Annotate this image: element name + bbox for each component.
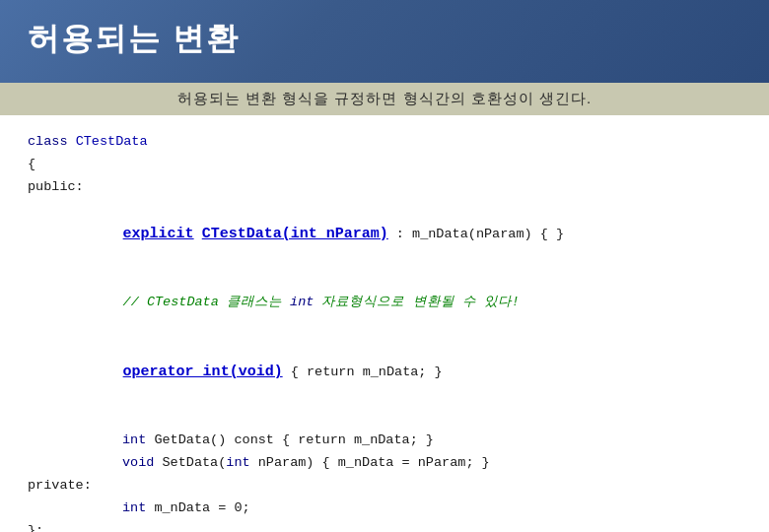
blank-line-1 xyxy=(28,407,741,430)
open-brace: { xyxy=(28,154,741,176)
getdata-line: int GetData() const { return m_nData; } xyxy=(122,430,741,452)
operator-int-line: operator int(void) { return m_nData; } xyxy=(75,337,741,407)
public-label: public: xyxy=(28,176,741,199)
member-data-line: int m_nData = 0; xyxy=(122,498,741,520)
page-title: 허용되는 변환 xyxy=(28,18,240,61)
content-area: class CTestData { public: explicit CTest… xyxy=(0,115,769,532)
subtitle-bar: 허용되는 변환 형식을 규정하면 형식간의 호환성이 생긴다. xyxy=(0,83,769,115)
setdata-line: void SetData(int nParam) { m_nData = nPa… xyxy=(122,452,741,475)
code-block: class CTestData { public: explicit CTest… xyxy=(28,131,741,532)
explicit-constructor-line: explicit CTestData(int nParam) : m_nData… xyxy=(75,199,741,269)
class-end-brace: }; xyxy=(28,520,741,532)
comment-line: // CTestData 클래스는 int 자료형식으로 변환될 수 있다! xyxy=(75,269,741,337)
header-section: 허용되는 변환 xyxy=(0,0,769,83)
private-label: private: xyxy=(28,475,741,498)
subtitle-text: 허용되는 변환 형식을 규정하면 형식간의 호환성이 생긴다. xyxy=(177,90,592,106)
class-declaration: class CTestData xyxy=(28,131,741,154)
